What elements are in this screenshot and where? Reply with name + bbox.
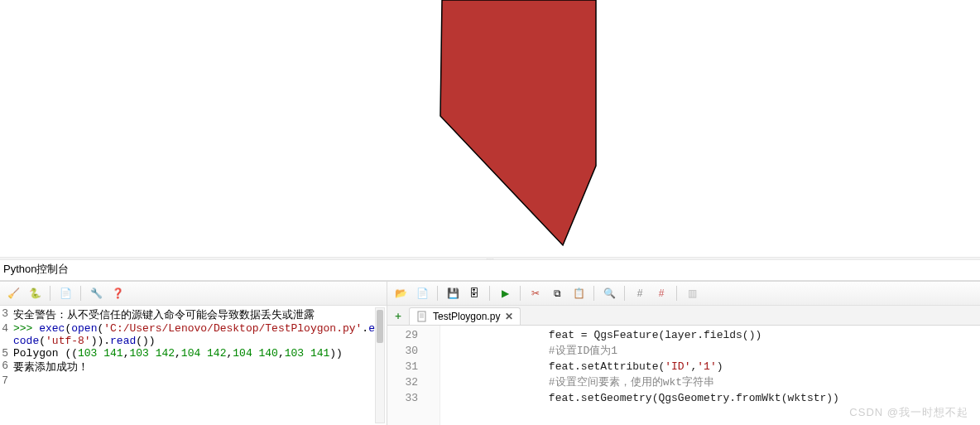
console-line: 6要素添加成功！ [0,360,387,374]
file-icon [416,311,428,322]
new-file-icon[interactable]: 📄 [414,285,430,302]
code-line-number: 33 [389,390,418,406]
code-editor[interactable]: 2930313233 feat = QgsFeature(layer.field… [387,326,980,425]
code-line: feat.setGeometry(QgsGeometry.fromWkt(wkt… [445,390,975,406]
console-line-number: 6 [0,360,12,374]
open-icon[interactable]: 📂 [392,285,409,302]
run-icon[interactable]: ▶ [497,285,513,302]
console-output[interactable]: 3安全警告：从不受信任的源键入命令可能会导致数据丢失或泄露4>>> exec(o… [0,306,387,425]
code-line: #设置空间要素，使用的wkt字符串 [445,374,975,390]
comment-icon[interactable]: # [632,285,648,302]
console-line-text: 安全警告：从不受信任的源键入命令可能会导致数据丢失或泄露 [12,307,387,322]
close-tab-button[interactable]: ✕ [505,311,513,322]
toolbar-separator [676,286,677,301]
console-line-text: 要素添加成功！ [12,360,387,374]
save-as-icon[interactable]: 🗄 [466,285,483,302]
console-line-number: 4 [0,322,12,347]
toolbar-separator [489,286,490,301]
code-line: feat = QgsFeature(layer.fields()) [445,327,975,343]
console-line-text: >>> exec(open('C:/Users/Lenovo/Desktop/T… [12,322,387,347]
toolbar-separator [50,286,50,301]
code-line-number: 29 [389,327,418,343]
map-canvas[interactable] [0,0,980,257]
toolbar-separator [624,286,625,301]
console-scrollbar[interactable] [375,307,385,423]
polygon-feature [440,0,596,245]
console-line: 3安全警告：从不受信任的源键入命令可能会导致数据丢失或泄露 [0,307,387,322]
toolbar-separator [593,286,594,301]
toolbar-separator [520,286,521,301]
file-tab[interactable]: TestPloygon.py ✕ [409,307,521,325]
code-line-number: 30 [389,343,418,359]
console-line-number: 5 [0,347,12,360]
editor-toolbar: 📂📄💾🗄▶✂⧉📋🔍##▥ [387,282,980,306]
console-line-text: Polygon ((103 141,103 142,104 142,104 14… [12,347,387,360]
clear-icon[interactable]: 🧹 [5,285,22,302]
copy-icon[interactable]: ⧉ [549,285,565,302]
find-icon[interactable]: 🔍 [601,285,617,302]
code-line: feat.setAttribute('ID','1') [445,359,975,374]
code-line: #设置ID值为1 [445,343,975,359]
toolbar-separator [437,286,438,301]
toolbar-separator [80,286,81,301]
object-inspector-icon[interactable]: ▥ [684,285,700,302]
code-line-number: 32 [389,374,418,390]
console-line-number: 3 [0,307,12,322]
python-console-title: Python控制台 [0,260,980,281]
console-toolbar: 🧹🐍📄🔧❓ [0,282,387,306]
console-line: 4>>> exec(open('C:/Users/Lenovo/Desktop/… [0,322,387,347]
uncomment-icon[interactable]: # [653,285,670,302]
settings-icon[interactable]: 🔧 [88,285,104,302]
help-icon[interactable]: ❓ [109,285,126,302]
svg-rect-0 [418,312,425,321]
console-line-number: 7 [0,374,12,387]
console-line-text [12,374,387,387]
show-editor-icon[interactable]: 📄 [57,285,74,302]
add-tab-button[interactable]: ＋ [391,309,406,324]
console-line: 5Polygon ((103 141,103 142,104 142,104 1… [0,347,387,360]
file-tab-label: TestPloygon.py [433,311,500,322]
code-line-number: 31 [389,359,418,374]
python-icon[interactable]: 🐍 [26,285,43,302]
console-line: 7 [0,374,387,387]
save-icon[interactable]: 💾 [444,285,461,302]
paste-icon[interactable]: 📋 [570,285,587,302]
cut-icon[interactable]: ✂ [527,285,544,302]
